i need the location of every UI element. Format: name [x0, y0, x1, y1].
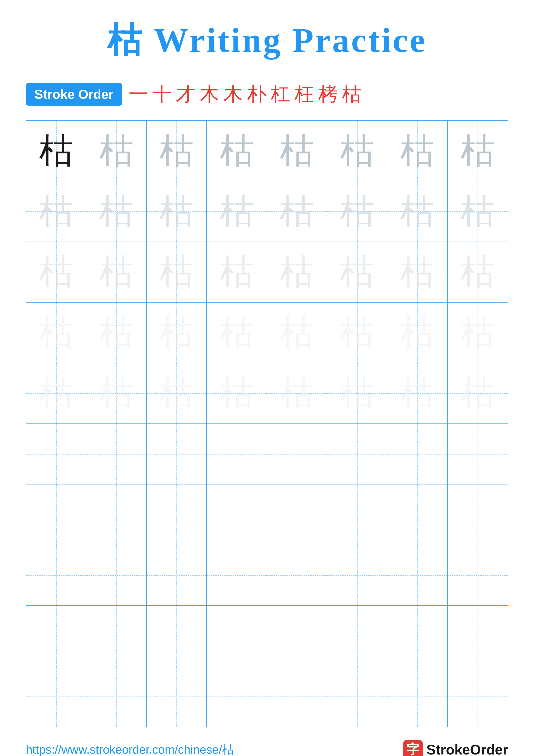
- grid-cell-9-4[interactable]: 枯: [267, 666, 327, 726]
- grid-cell-5-6[interactable]: 枯: [387, 424, 447, 484]
- grid-cell-5-5[interactable]: 枯: [327, 424, 387, 484]
- grid-cell-4-4[interactable]: 枯: [267, 363, 327, 423]
- grid-cell-7-4[interactable]: 枯: [267, 545, 327, 606]
- grid-cell-7-0[interactable]: 枯: [26, 545, 87, 606]
- grid-cell-1-1[interactable]: 枯: [87, 181, 146, 241]
- grid-cell-6-6[interactable]: 枯: [387, 484, 447, 545]
- grid-cell-7-2[interactable]: 枯: [147, 545, 207, 606]
- grid-cell-9-1[interactable]: 枯: [87, 666, 146, 726]
- grid-cell-6-5[interactable]: 枯: [327, 484, 387, 545]
- grid-row-2[interactable]: 枯枯枯枯枯枯枯枯: [26, 242, 508, 303]
- grid-cell-5-2[interactable]: 枯: [147, 424, 207, 484]
- grid-cell-1-2[interactable]: 枯: [147, 181, 207, 241]
- grid-cell-2-0[interactable]: 枯: [26, 242, 87, 302]
- grid-cell-2-7[interactable]: 枯: [447, 242, 508, 302]
- grid-cell-4-5[interactable]: 枯: [327, 363, 387, 423]
- grid-cell-3-1[interactable]: 枯: [87, 303, 146, 363]
- grid-cell-4-0[interactable]: 枯: [26, 363, 87, 423]
- grid-cell-7-6[interactable]: 枯: [387, 545, 447, 606]
- grid-cell-1-0[interactable]: 枯: [26, 181, 87, 241]
- grid-row-8[interactable]: 枯枯枯枯枯枯枯枯: [26, 606, 508, 666]
- grid-cell-0-3[interactable]: 枯: [207, 121, 267, 181]
- grid-cell-3-5[interactable]: 枯: [327, 303, 387, 363]
- grid-cell-2-4[interactable]: 枯: [267, 242, 327, 302]
- grid-cell-8-1[interactable]: 枯: [87, 606, 146, 666]
- grid-cell-3-6[interactable]: 枯: [387, 303, 447, 363]
- grid-cell-4-3[interactable]: 枯: [207, 363, 267, 423]
- grid-cell-7-3[interactable]: 枯: [207, 545, 267, 606]
- cell-char-1-4: 枯: [280, 194, 314, 229]
- grid-cell-6-0[interactable]: 枯: [26, 484, 87, 545]
- grid-cell-9-3[interactable]: 枯: [207, 666, 267, 726]
- grid-row-3[interactable]: 枯枯枯枯枯枯枯枯: [26, 303, 508, 363]
- grid-cell-8-4[interactable]: 枯: [267, 606, 327, 666]
- grid-cell-4-1[interactable]: 枯: [87, 363, 146, 423]
- grid-cell-9-2[interactable]: 枯: [147, 666, 207, 726]
- grid-cell-0-5[interactable]: 枯: [327, 121, 387, 181]
- grid-cell-0-0[interactable]: 枯: [26, 121, 87, 181]
- cell-char-1-1: 枯: [99, 194, 134, 229]
- grid-cell-2-6[interactable]: 枯: [387, 242, 447, 302]
- footer-url: https://www.strokeorder.com/chinese/枯: [26, 742, 234, 756]
- grid-row-4[interactable]: 枯枯枯枯枯枯枯枯: [26, 363, 508, 424]
- grid-cell-9-5[interactable]: 枯: [327, 666, 387, 726]
- grid-row-7[interactable]: 枯枯枯枯枯枯枯枯: [26, 545, 508, 606]
- grid-cell-1-7[interactable]: 枯: [447, 181, 508, 241]
- grid-cell-8-3[interactable]: 枯: [207, 606, 267, 666]
- grid-cell-5-7[interactable]: 枯: [447, 424, 508, 484]
- grid-cell-2-3[interactable]: 枯: [207, 242, 267, 302]
- grid-cell-7-1[interactable]: 枯: [87, 545, 146, 606]
- cell-char-2-7: 枯: [460, 255, 495, 289]
- grid-cell-0-1[interactable]: 枯: [87, 121, 146, 181]
- grid-cell-4-2[interactable]: 枯: [147, 363, 207, 423]
- cell-char-6-6: 枯: [400, 498, 435, 532]
- grid-cell-3-3[interactable]: 枯: [207, 303, 267, 363]
- grid-row-9[interactable]: 枯枯枯枯枯枯枯枯: [26, 666, 508, 726]
- cell-char-1-0: 枯: [39, 194, 73, 229]
- cell-char-0-0: 枯: [39, 134, 73, 168]
- grid-cell-0-4[interactable]: 枯: [267, 121, 327, 181]
- grid-row-0[interactable]: 枯枯枯枯枯枯枯枯: [26, 121, 508, 181]
- grid-cell-0-2[interactable]: 枯: [147, 121, 207, 181]
- grid-cell-9-6[interactable]: 枯: [387, 666, 447, 726]
- grid-cell-6-7[interactable]: 枯: [447, 484, 508, 545]
- grid-cell-4-7[interactable]: 枯: [447, 363, 508, 423]
- grid-cell-1-4[interactable]: 枯: [267, 181, 327, 241]
- grid-cell-2-1[interactable]: 枯: [87, 242, 146, 302]
- grid-cell-5-0[interactable]: 枯: [26, 424, 87, 484]
- grid-cell-6-1[interactable]: 枯: [87, 484, 146, 545]
- grid-cell-3-0[interactable]: 枯: [26, 303, 87, 363]
- cell-char-0-2: 枯: [159, 134, 194, 168]
- grid-cell-6-4[interactable]: 枯: [267, 484, 327, 545]
- grid-cell-3-2[interactable]: 枯: [147, 303, 207, 363]
- grid-row-6[interactable]: 枯枯枯枯枯枯枯枯: [26, 484, 508, 545]
- grid-row-1[interactable]: 枯枯枯枯枯枯枯枯: [26, 181, 508, 242]
- grid-cell-7-5[interactable]: 枯: [327, 545, 387, 606]
- grid-cell-8-0[interactable]: 枯: [26, 606, 87, 666]
- grid-cell-6-3[interactable]: 枯: [207, 484, 267, 545]
- grid-cell-5-1[interactable]: 枯: [87, 424, 146, 484]
- grid-cell-8-7[interactable]: 枯: [447, 606, 508, 666]
- grid-cell-1-5[interactable]: 枯: [327, 181, 387, 241]
- grid-cell-8-5[interactable]: 枯: [327, 606, 387, 666]
- grid-cell-9-0[interactable]: 枯: [26, 666, 87, 726]
- cell-char-8-2: 枯: [159, 619, 194, 653]
- grid-cell-2-5[interactable]: 枯: [327, 242, 387, 302]
- grid-cell-0-6[interactable]: 枯: [387, 121, 447, 181]
- grid-cell-1-3[interactable]: 枯: [207, 181, 267, 241]
- grid-cell-3-4[interactable]: 枯: [267, 303, 327, 363]
- grid-cell-5-3[interactable]: 枯: [207, 424, 267, 484]
- grid-row-5[interactable]: 枯枯枯枯枯枯枯枯: [26, 424, 508, 484]
- grid-cell-9-7[interactable]: 枯: [447, 666, 508, 726]
- cell-char-6-5: 枯: [340, 498, 374, 532]
- grid-cell-4-6[interactable]: 枯: [387, 363, 447, 423]
- grid-cell-1-6[interactable]: 枯: [387, 181, 447, 241]
- grid-cell-2-2[interactable]: 枯: [147, 242, 207, 302]
- grid-cell-6-2[interactable]: 枯: [147, 484, 207, 545]
- grid-cell-8-2[interactable]: 枯: [147, 606, 207, 666]
- grid-cell-5-4[interactable]: 枯: [267, 424, 327, 484]
- grid-cell-0-7[interactable]: 枯: [447, 121, 508, 181]
- grid-cell-8-6[interactable]: 枯: [387, 606, 447, 666]
- grid-cell-3-7[interactable]: 枯: [447, 303, 508, 363]
- grid-cell-7-7[interactable]: 枯: [447, 545, 508, 606]
